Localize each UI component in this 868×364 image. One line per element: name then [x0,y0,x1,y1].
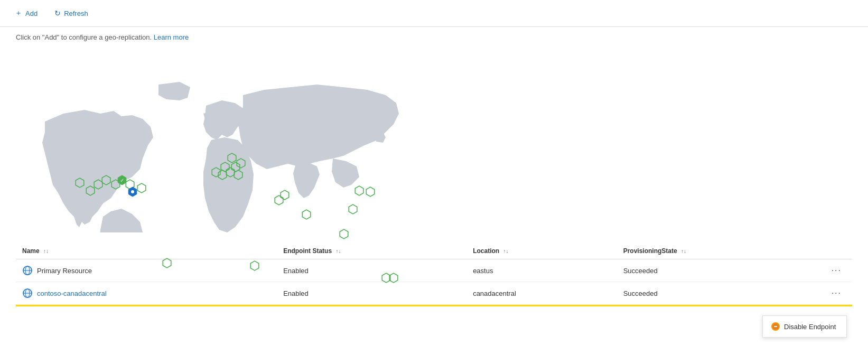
row-name-text[interactable]: contoso-canadacentral [37,290,107,297]
provisioning-sort-icon: ↑↓ [681,248,686,254]
cell-actions: ··· [821,282,852,305]
svg-marker-20 [281,190,289,200]
cell-actions: ··· [821,259,852,282]
disable-endpoint-icon [771,322,780,331]
more-actions-button[interactable]: ··· [827,265,846,276]
hex-marker [136,182,147,194]
info-bar: Click on "Add" to configure a geo-replic… [0,27,868,48]
col-location[interactable]: Location ↑↓ [466,243,617,259]
yellow-bar [16,305,852,306]
hex-marker [249,260,260,272]
svg-marker-23 [355,186,363,195]
row-name-text: Primary Resource [37,267,92,275]
svg-marker-10 [137,183,146,193]
hex-marker [365,186,376,198]
toolbar: ＋ Add ↻ Refresh [0,0,868,27]
map-container: ✓ [0,48,868,243]
svg-point-9 [131,190,134,193]
cell-provisioning-state: Succeeded [617,282,821,305]
hex-marker [232,169,244,181]
svg-marker-29 [250,261,259,270]
svg-text:✓: ✓ [120,178,124,183]
hex-marker [161,257,173,269]
table-section: Name ↑↓ Endpoint Status ↑↓ Location ↑↓ P… [0,243,868,305]
row-type-icon [22,288,33,298]
name-sort-icon: ↑↓ [43,248,49,254]
refresh-button[interactable]: ↻ Refresh [50,6,92,21]
table-header-row: Name ↑↓ Endpoint Status ↑↓ Location ↑↓ P… [16,243,852,259]
table-row: contoso-canadacentralEnabledcanadacentra… [16,282,852,305]
location-sort-icon: ↑↓ [503,248,508,254]
cell-location: canadacentral [466,282,617,305]
cell-endpoint-status: Enabled [277,259,466,282]
svg-marker-16 [234,170,242,180]
svg-marker-28 [163,258,171,268]
svg-marker-0 [76,178,84,188]
context-menu: Disable Endpoint [762,315,847,338]
cell-endpoint-status: Enabled [277,282,466,305]
hex-marker [74,177,86,189]
svg-marker-21 [302,210,311,219]
hex-marker [347,203,359,215]
cell-name: Primary Resource [16,259,277,282]
info-text: Click on "Add" to configure a geo-replic… [16,33,152,41]
svg-marker-22 [349,204,357,214]
svg-marker-24 [366,187,375,197]
cell-location: eastus [466,259,617,282]
hex-marker [338,228,350,240]
hex-marker [353,185,365,197]
add-button[interactable]: ＋ Add [11,5,42,21]
learn-more-link[interactable]: Learn more [154,33,189,41]
disable-endpoint-label: Disable Endpoint [784,323,836,331]
col-provisioning-state[interactable]: ProvisioningState ↑↓ [617,243,821,259]
add-label: Add [25,10,38,17]
svg-marker-17 [237,158,245,168]
hex-marker [279,189,291,201]
data-table: Name ↑↓ Endpoint Status ↑↓ Location ↑↓ P… [16,243,852,305]
hex-marker [301,209,312,220]
cell-name: contoso-canadacentral [16,282,277,305]
world-map: ✓ [16,53,407,232]
more-actions-button[interactable]: ··· [827,287,846,299]
hex-marker [226,152,238,164]
hex-marker [388,272,399,284]
svg-marker-3 [102,175,110,185]
hex-markers: ✓ [16,53,407,232]
svg-marker-18 [228,153,236,163]
add-icon: ＋ [15,8,22,18]
svg-marker-27 [389,273,398,283]
col-name[interactable]: Name ↑↓ [16,243,277,259]
row-type-icon [22,265,33,276]
endpoint-sort-icon: ↑↓ [335,248,341,254]
refresh-label: Refresh [64,10,88,17]
cell-provisioning-state: Succeeded [617,259,821,282]
col-endpoint-status[interactable]: Endpoint Status ↑↓ [277,243,466,259]
table-row: Primary ResourceEnabledeastusSucceeded··… [16,259,852,282]
refresh-icon: ↻ [54,9,61,17]
svg-marker-25 [340,229,348,239]
context-menu-item-disable[interactable]: Disable Endpoint [763,318,846,335]
